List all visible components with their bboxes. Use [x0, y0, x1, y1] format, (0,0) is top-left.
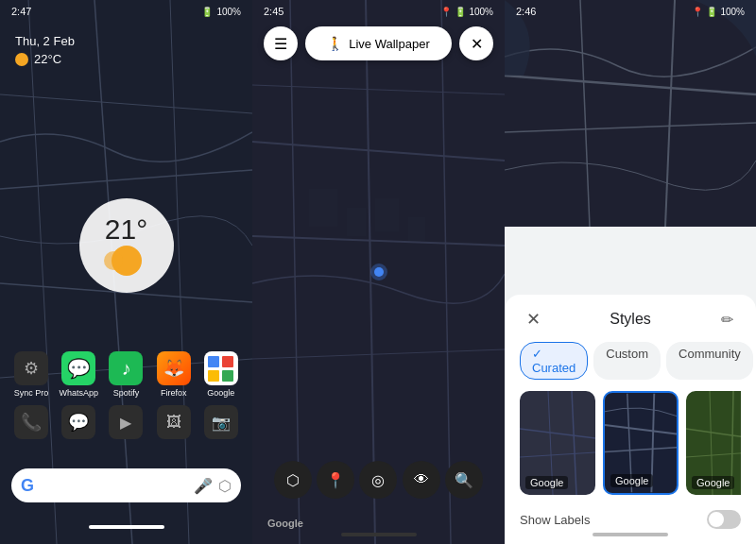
eye-icon: 👁: [414, 471, 429, 488]
app-google[interactable]: Google: [200, 351, 242, 398]
svg-line-3: [170, 0, 189, 544]
battery-icon-1: 🔋: [201, 7, 213, 17]
app-syncpro[interactable]: ⚙ Sync Pro: [10, 351, 52, 398]
time-1: 2:47: [11, 6, 31, 17]
style-card-road[interactable]: Google: [603, 391, 679, 495]
close-button[interactable]: ✕: [459, 26, 493, 60]
svg-line-4: [0, 94, 252, 113]
home-indicator-1: [89, 525, 164, 529]
check-icon-curated: ✓: [532, 347, 542, 361]
style-card-satellite[interactable]: Google: [686, 391, 741, 495]
phone-icon: 📞: [14, 405, 48, 439]
google-label: Google: [207, 388, 234, 398]
app-chat[interactable]: 💬: [58, 405, 99, 442]
status-icons-3: 📍 🔋 100%: [692, 7, 745, 17]
camera-icon: 📷: [204, 405, 238, 439]
battery-text-1: 100%: [216, 7, 241, 17]
photos-icon: 🖼: [157, 405, 191, 439]
screen3-styles: 2:46 📍 🔋 100% ✕ Styles ✏ ✓ Curated Custo…: [505, 0, 756, 544]
playstore-icon: ▶: [109, 405, 143, 439]
live-wallpaper-label: Live Wallpaper: [349, 37, 430, 51]
app-spotify[interactable]: ♪ Spotify: [105, 351, 146, 398]
tab-curated[interactable]: ✓ Curated: [520, 342, 588, 380]
pin-icon: 📍: [326, 471, 345, 489]
pin-button[interactable]: 📍: [317, 461, 354, 499]
styles-tabs: ✓ Curated Custom Community: [520, 342, 741, 380]
styles-title: Styles: [610, 311, 651, 328]
app-playstore[interactable]: ▶: [105, 405, 146, 442]
home-info: Thu, 2 Feb 22°C: [0, 23, 252, 74]
style-card-dark[interactable]: Google: [520, 391, 595, 495]
menu-button[interactable]: ☰: [264, 26, 298, 60]
custom-label: Custom: [606, 347, 648, 361]
layers-icon: ⬡: [286, 471, 300, 489]
search-button[interactable]: 🔍: [445, 461, 483, 499]
app-row-2: 📞 💬 ▶ 🖼 📷: [8, 405, 245, 442]
svg-line-11: [252, 85, 505, 94]
weather-widget[interactable]: 21°: [79, 198, 174, 293]
battery-icon-3: 🔋: [706, 7, 717, 17]
maps-top-bar: ☰ 🚶 Live Wallpaper ✕: [264, 26, 493, 60]
temp-small-label: 22°C: [34, 52, 61, 66]
live-wallpaper-button[interactable]: 🚶 Live Wallpaper: [305, 26, 452, 60]
app-phone[interactable]: 📞: [10, 405, 52, 442]
style-cards-row: Google Google: [520, 391, 741, 495]
search-bar[interactable]: G 🎤 ⬡: [11, 468, 241, 502]
app-grid: ⚙ Sync Pro 💬 WhatsApp ♪ Spotify 🦊 Firefo…: [0, 351, 252, 450]
svg-rect-15: [347, 208, 366, 236]
screen2-maps: 2:45 📍 🔋 100% ☰ 🚶 Live Wallpaper ✕ ⬡ 📍 ◎: [252, 0, 505, 544]
location-dot: [374, 267, 384, 277]
app-whatsapp[interactable]: 💬 WhatsApp: [58, 351, 99, 398]
whatsapp-icon: 💬: [61, 351, 95, 385]
svg-line-24: [520, 452, 595, 457]
edit-styles-button[interactable]: ✏: [714, 306, 741, 332]
location-icon-2: 📍: [440, 7, 452, 17]
app-photos[interactable]: 🖼: [153, 405, 195, 442]
sync-icon: ⚙: [14, 351, 48, 385]
chat-icon: 💬: [61, 405, 95, 439]
time-3: 2:46: [516, 6, 536, 17]
status-icons-1: 🔋 100%: [201, 7, 241, 17]
layers-button[interactable]: ⬡: [274, 461, 312, 499]
eye-button[interactable]: 👁: [403, 461, 440, 499]
lens-icon[interactable]: ⬡: [218, 477, 232, 495]
screen1-home: 2:47 🔋 100% Thu, 2 Feb 22°C 21° ⚙ Sync P…: [0, 0, 252, 544]
app-firefox[interactable]: 🦊 Firefox: [153, 351, 195, 398]
svg-line-28: [605, 448, 677, 452]
time-2: 2:45: [264, 6, 284, 17]
curated-label: Curated: [532, 361, 576, 375]
tab-custom[interactable]: Custom: [593, 342, 661, 380]
google-icon: [204, 351, 238, 385]
search-icon: 🔍: [455, 471, 473, 489]
card-label-satellite: Google: [692, 476, 734, 489]
status-bar-2: 2:45 📍 🔋 100%: [252, 0, 505, 23]
svg-line-23: [520, 429, 595, 438]
person-walking-icon: 🚶: [327, 36, 343, 51]
map-area-3: 2:46 📍 🔋 100%: [505, 0, 756, 227]
svg-rect-18: [505, 0, 756, 227]
home-indicator-3: [593, 533, 668, 536]
whatsapp-label: WhatsApp: [60, 388, 99, 398]
status-bar-3: 2:46 📍 🔋 100%: [505, 0, 756, 23]
tab-community[interactable]: Community: [666, 342, 753, 380]
shutter-icon: ◎: [371, 471, 385, 489]
card-label-dark: Google: [525, 476, 568, 489]
close-styles-button[interactable]: ✕: [520, 306, 546, 332]
mic-icon[interactable]: 🎤: [194, 477, 213, 495]
show-labels-text: Show Labels: [520, 513, 590, 527]
svg-line-12: [252, 236, 505, 246]
show-labels-toggle[interactable]: [707, 510, 741, 529]
svg-rect-16: [375, 198, 399, 231]
styles-panel: ✕ Styles ✏ ✓ Curated Custom Community: [505, 295, 756, 544]
styles-header: ✕ Styles ✏: [520, 306, 741, 332]
battery-text-2: 100%: [469, 7, 493, 17]
location-icon-3: 📍: [692, 7, 703, 17]
home-indicator-2: [341, 533, 417, 536]
big-temp-label: 21°: [105, 215, 147, 244]
spotify-label: Spotify: [113, 388, 140, 398]
app-camera[interactable]: 📷: [200, 405, 242, 442]
svg-line-1: [28, 0, 57, 544]
shutter-button[interactable]: ◎: [359, 461, 397, 499]
google-footer-2: Google: [267, 518, 303, 529]
menu-icon: ☰: [274, 35, 287, 53]
